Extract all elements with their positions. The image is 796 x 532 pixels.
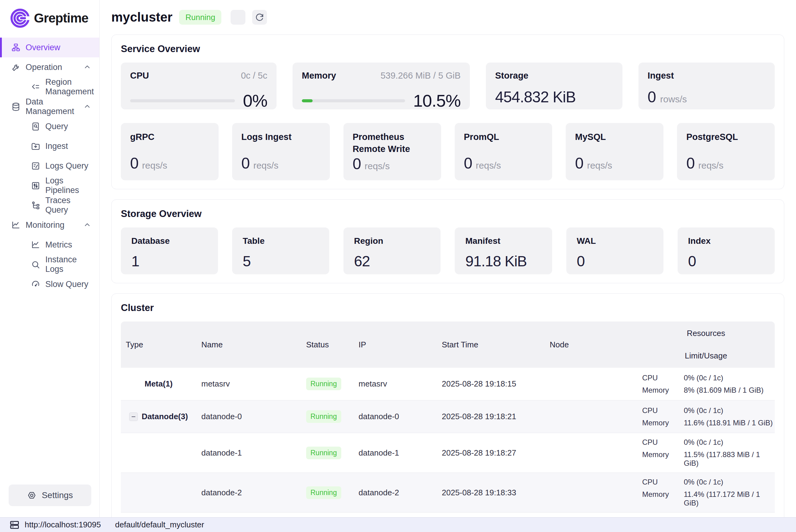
gear-icon bbox=[27, 490, 37, 500]
row-start-time: 2025-08-28 19:18:15 bbox=[442, 379, 516, 389]
refresh-button[interactable] bbox=[252, 10, 267, 25]
protocol-value: 0 bbox=[575, 154, 583, 172]
sidebar-item-label: Monitoring bbox=[25, 221, 64, 230]
cpu-limit: 0c / 5c bbox=[241, 71, 267, 81]
res-cpu-value: 0% (0c / 1c) bbox=[684, 374, 775, 382]
sidebar-item-overview[interactable]: Overview bbox=[0, 38, 99, 57]
protocol-card-postgresql: PostgreSQL 0 reqs/s bbox=[677, 123, 775, 180]
protocol-unit: reqs/s bbox=[698, 160, 723, 171]
storage-card-label: Database bbox=[131, 236, 207, 246]
protocol-label: Logs Ingest bbox=[241, 131, 321, 143]
sidebar-item-region-management[interactable]: Region Management bbox=[0, 77, 99, 97]
storage-card-index: Index 0 bbox=[678, 227, 775, 274]
protocol-unit: reqs/s bbox=[476, 160, 501, 171]
collapse-minus-icon[interactable] bbox=[129, 413, 138, 421]
overview-icon bbox=[11, 43, 21, 52]
protocol-label: MySQL bbox=[575, 131, 654, 143]
sidebar-item-label: Ingest bbox=[45, 141, 68, 151]
cpu-card: CPU 0c / 5c 0% bbox=[121, 62, 277, 110]
greptime-logo-icon bbox=[10, 8, 30, 28]
sidebar-item-label: Metrics bbox=[45, 240, 72, 250]
table-row: datanode-2 Running datanode-2 2025-08-28… bbox=[121, 473, 775, 513]
memory-percent: 10.5% bbox=[413, 91, 460, 111]
memory-card: Memory 539.266 MiB / 5 GiB 10.5% bbox=[292, 62, 470, 110]
sidebar-item-traces-query[interactable]: Traces Query bbox=[0, 195, 99, 215]
main-content: mycluster Running Service Overview CPU 0… bbox=[99, 0, 796, 517]
sidebar-group-monitoring[interactable]: Monitoring bbox=[0, 215, 99, 235]
traces-icon bbox=[31, 201, 40, 210]
row-start-time: 2025-08-28 19:18:27 bbox=[442, 448, 516, 458]
cluster-action-button[interactable] bbox=[231, 10, 245, 25]
cluster-table: Type Name Status IP Start Time Node Reso… bbox=[121, 322, 775, 517]
sidebar-group-operation[interactable]: Operation bbox=[0, 57, 99, 77]
ingest-value: 0 bbox=[648, 88, 656, 106]
sidebar-item-slow-query[interactable]: Slow Query bbox=[0, 274, 99, 294]
row-resources: CPU0% (0c / 1c) Memory11.5% (117.883 MiB… bbox=[637, 433, 775, 473]
monitoring-icon bbox=[11, 221, 21, 230]
row-ip: metasrv bbox=[359, 379, 387, 389]
row-start-time: 2025-08-28 19:18:33 bbox=[442, 488, 516, 497]
sidebar-item-label: Slow Query bbox=[45, 280, 89, 289]
sidebar-item-instance-logs[interactable]: Instance Logs bbox=[0, 254, 99, 274]
refresh-icon bbox=[255, 13, 264, 22]
section-title: Storage Overview bbox=[121, 208, 775, 220]
connection-url[interactable]: http://localhost:19095 bbox=[9, 520, 101, 530]
sidebar-item-logs-pipelines[interactable]: Logs Pipelines bbox=[0, 176, 99, 195]
protocol-value: 0 bbox=[241, 154, 250, 172]
table-row: Frontend(1) frontend-0 Running frontend-… bbox=[121, 513, 775, 517]
settings-label: Settings bbox=[42, 490, 73, 500]
res-cpu-label: CPU bbox=[642, 374, 684, 382]
protocol-card-logs-ingest: Logs Ingest 0 reqs/s bbox=[232, 123, 330, 180]
brand-logo: Greptime bbox=[0, 0, 99, 35]
row-resources: CPU0% (0c / 1c) Memory10.1% (103.691 MiB… bbox=[637, 513, 775, 517]
memory-progress-bar bbox=[302, 99, 405, 102]
table-row: datanode-1 Running datanode-1 2025-08-28… bbox=[121, 433, 775, 473]
row-name: datanode-1 bbox=[201, 448, 242, 458]
res-cpu-value: 0% (0c / 1c) bbox=[684, 438, 775, 446]
protocol-unit: reqs/s bbox=[142, 160, 167, 171]
sidebar-group-data-management[interactable]: Data Management bbox=[0, 97, 99, 116]
res-cpu-value: 0% (0c / 1c) bbox=[684, 406, 775, 415]
memory-label: Memory bbox=[302, 71, 336, 81]
status-badge: Running bbox=[306, 410, 341, 423]
chevron-up-icon bbox=[83, 63, 91, 71]
protocol-card-prometheus-remote-write: Prometheus Remote Write 0 reqs/s bbox=[343, 123, 441, 180]
res-memory-label: Memory bbox=[642, 419, 684, 427]
sidebar-item-query[interactable]: Query bbox=[0, 116, 99, 136]
res-memory-value: 11.5% (117.883 MiB / 1 GiB) bbox=[684, 450, 775, 468]
ingest-card: Ingest 0 rows/s bbox=[639, 62, 775, 110]
protocol-unit: reqs/s bbox=[253, 160, 279, 171]
row-ip: datanode-1 bbox=[359, 448, 399, 458]
col-resources: Resources Limit/Usage bbox=[637, 322, 775, 368]
settings-button[interactable]: Settings bbox=[8, 484, 91, 506]
col-limit-usage: Limit/Usage bbox=[685, 351, 727, 361]
ingest-icon bbox=[31, 141, 40, 151]
res-cpu-label: CPU bbox=[642, 438, 684, 446]
protocol-card-promql: PromQL 0 reqs/s bbox=[455, 123, 552, 180]
sidebar-nav: Overview Operation bbox=[0, 35, 99, 484]
row-ip: datanode-2 bbox=[359, 488, 399, 497]
storage-value: 454.832 KiB bbox=[495, 88, 575, 106]
chevron-up-icon bbox=[83, 103, 91, 111]
sidebar-item-label: Logs Query bbox=[45, 161, 89, 171]
res-memory-label: Memory bbox=[642, 490, 684, 507]
query-icon bbox=[31, 122, 40, 131]
protocol-value: 0 bbox=[686, 154, 695, 172]
app-window: Greptime Overview bbox=[0, 0, 796, 517]
sidebar-item-ingest[interactable]: Ingest bbox=[0, 136, 99, 156]
protocol-value: 0 bbox=[464, 154, 472, 172]
server-icon bbox=[9, 520, 20, 530]
storage-overview-section: Storage Overview Database 1 Table 5 Regi… bbox=[111, 200, 784, 283]
storage-card-value: 0 bbox=[688, 253, 764, 270]
table-row: Meta(1) metasrv Running metasrv 2025-08-… bbox=[121, 368, 775, 400]
sidebar-item-metrics[interactable]: Metrics bbox=[0, 235, 99, 254]
current-database[interactable]: default/default_mycluster bbox=[115, 520, 204, 530]
sidebar: Greptime Overview bbox=[0, 0, 99, 517]
storage-card-label: Table bbox=[243, 236, 319, 246]
storage-card-table: Table 5 bbox=[232, 227, 329, 274]
sidebar-item-logs-query[interactable]: Logs Query bbox=[0, 156, 99, 176]
storage-card-value: 5 bbox=[243, 253, 319, 270]
database-icon bbox=[11, 102, 21, 112]
protocol-label: PostgreSQL bbox=[686, 131, 765, 143]
res-memory-value: 11.4% (117.172 MiB / 1 GiB) bbox=[684, 490, 775, 507]
